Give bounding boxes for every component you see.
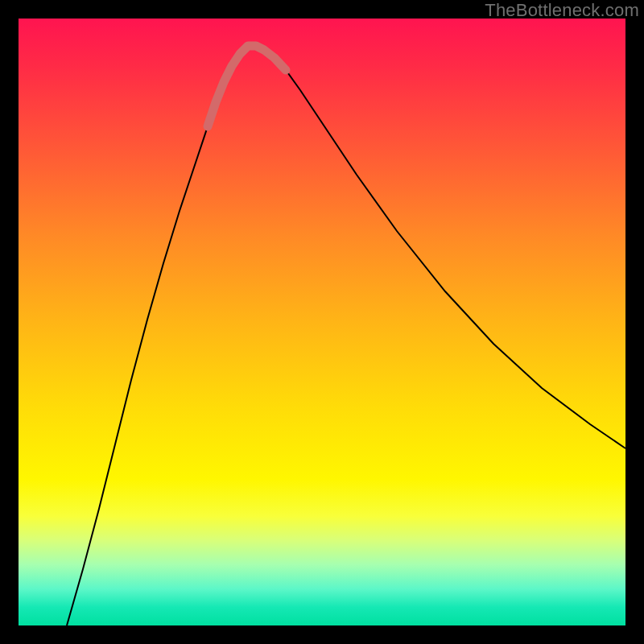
watermark-text: TheBottleneck.com bbox=[485, 0, 639, 21]
curve-layer bbox=[19, 19, 625, 625]
bottleneck-curve bbox=[67, 46, 625, 625]
chart-frame bbox=[19, 19, 625, 625]
highlight-trough bbox=[208, 46, 286, 126]
